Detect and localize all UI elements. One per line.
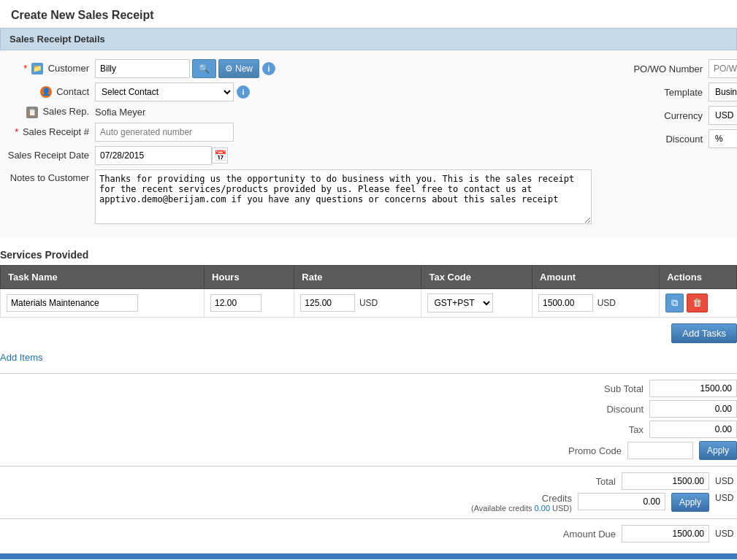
- amount-currency: USD: [597, 298, 616, 308]
- bottom-bar: [0, 553, 737, 559]
- subtotal-label: Sub Total: [556, 383, 644, 394]
- credits-available: 0.00: [535, 504, 550, 513]
- col-rate: Rate: [294, 265, 421, 288]
- tax-input[interactable]: 0.00: [649, 421, 737, 438]
- services-table: Task Name Hours Rate Tax Code Amount Act…: [0, 265, 737, 318]
- powo-number-input[interactable]: [709, 59, 737, 78]
- contact-select[interactable]: Select Contact: [95, 83, 234, 101]
- total-label: Total: [528, 476, 616, 487]
- promo-apply-button[interactable]: Apply: [699, 441, 737, 460]
- sales-rep-value: Sofia Meyer: [95, 107, 145, 118]
- rate-cell: 125.00 USD: [294, 288, 421, 318]
- services-provided-header: Services Provided: [0, 245, 737, 265]
- add-items-link[interactable]: Add Items: [0, 349, 43, 366]
- powo-number-label: PO/WO Number: [621, 64, 709, 74]
- customer-input[interactable]: Billy: [95, 59, 190, 78]
- template-label: Template: [621, 87, 709, 98]
- page-title: Create New Sales Receipt: [0, 0, 737, 28]
- sales-receipt-details-section: Sales Receipt Details * 📁 Customer Billy…: [0, 28, 737, 237]
- currency-select[interactable]: USD EUR GBP: [709, 106, 737, 125]
- hours-cell: 12.00: [205, 288, 294, 318]
- sales-rep-label: 📋 Sales Rep.: [7, 106, 95, 118]
- col-task-name: Task Name: [1, 265, 205, 288]
- tax-code-cell: GST+PST GST PST None: [421, 288, 532, 318]
- credits-currency: USD: [715, 493, 737, 503]
- notes-label: Notes to Customer: [7, 169, 95, 183]
- amount-due-currency: USD: [715, 529, 737, 539]
- col-hours: Hours: [205, 265, 294, 288]
- totals-discount-input[interactable]: 0.00: [649, 400, 737, 418]
- task-name-cell: Materials Maintenance: [1, 288, 205, 318]
- credits-sublabel: (Available credits 0.00 USD): [471, 504, 572, 513]
- tax-label: Tax: [556, 424, 644, 435]
- subtotal-input[interactable]: 1500.00: [649, 380, 737, 397]
- contact-info-icon[interactable]: i: [237, 85, 250, 99]
- currency-label: Currency: [621, 110, 709, 121]
- discount-label: Discount: [621, 134, 709, 145]
- promo-code-label: Promo Code: [534, 445, 622, 456]
- table-row: Materials Maintenance 12.00 125.00 USD G…: [1, 288, 737, 318]
- amount-input[interactable]: 1500.00: [538, 294, 593, 312]
- totals-section: Sub Total 1500.00 Discount 0.00 Tax 0.00…: [0, 380, 737, 542]
- col-tax-code: Tax Code: [421, 265, 532, 288]
- sales-receipt-num-input[interactable]: [95, 123, 234, 142]
- col-amount: Amount: [532, 265, 660, 288]
- customer-info-icon[interactable]: i: [262, 62, 275, 75]
- sales-receipt-num-label: * Sales Receipt #: [7, 126, 95, 137]
- customer-search-button[interactable]: 🔍: [192, 59, 216, 78]
- rate-currency: USD: [359, 298, 378, 308]
- new-icon: ⚙: [225, 64, 233, 74]
- col-actions: Actions: [660, 265, 737, 288]
- total-input[interactable]: 1500.00: [622, 472, 709, 490]
- copy-row-button[interactable]: ⧉: [665, 294, 684, 312]
- totals-discount-label: Discount: [556, 404, 644, 415]
- template-select[interactable]: Business Standard Professional: [709, 83, 737, 101]
- credits-apply-button[interactable]: Apply: [671, 493, 709, 512]
- sales-receipt-date-input[interactable]: 07/28/2015: [95, 146, 212, 165]
- add-tasks-button[interactable]: Add Tasks: [671, 323, 737, 343]
- discount-type-select[interactable]: % $: [709, 129, 737, 148]
- services-provided-section: Services Provided Task Name Hours Rate T…: [0, 245, 737, 367]
- calendar-icon[interactable]: 📅: [212, 147, 228, 164]
- amount-due-label: Amount Due: [528, 529, 616, 540]
- task-name-input[interactable]: Materials Maintenance: [7, 294, 138, 312]
- actions-cell: ⧉ 🗑: [660, 288, 737, 318]
- amount-cell: 1500.00 USD: [532, 288, 660, 318]
- sales-receipt-details-header: Sales Receipt Details: [0, 28, 737, 50]
- customer-label: * 📁 Customer: [7, 63, 95, 75]
- promo-code-input[interactable]: [627, 442, 693, 459]
- notes-textarea[interactable]: Thanks for providing us the opportunity …: [95, 169, 592, 224]
- rate-input[interactable]: 125.00: [300, 294, 355, 312]
- tax-code-select[interactable]: GST+PST GST PST None: [427, 294, 493, 312]
- credits-input[interactable]: 0.00: [578, 493, 665, 510]
- total-currency: USD: [715, 476, 737, 486]
- hours-input[interactable]: 12.00: [210, 294, 261, 312]
- amount-due-input[interactable]: 1500.00: [622, 525, 709, 542]
- customer-new-button[interactable]: ⚙ New: [218, 59, 259, 78]
- delete-row-button[interactable]: 🗑: [687, 294, 708, 312]
- credits-label: Credits: [471, 493, 572, 504]
- contact-label: 👤 Contact: [7, 86, 95, 99]
- sales-receipt-date-label: Sales Receipt Date: [7, 150, 95, 161]
